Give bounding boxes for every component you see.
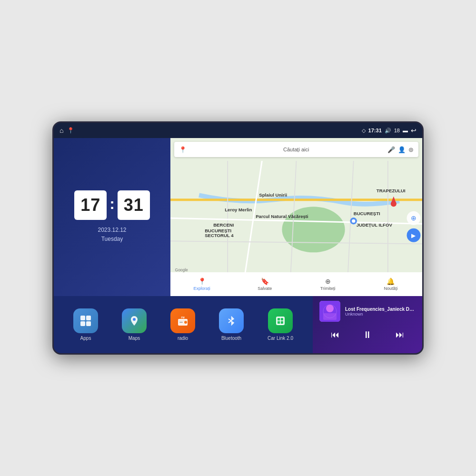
status-bar: ⌂ 📍 ◇ 17:31 🔊 18 ▬ ↩ bbox=[54, 123, 422, 138]
svg-rect-29 bbox=[86, 316, 91, 320]
status-right: ◇ 17:31 🔊 18 ▬ ↩ bbox=[362, 127, 416, 134]
apps-icon bbox=[73, 308, 98, 333]
app-icons: Apps Maps bbox=[54, 296, 313, 353]
bottom-section: Apps Maps bbox=[54, 296, 422, 353]
prev-button[interactable]: ⏮ bbox=[327, 328, 343, 342]
saved-icon: 🔖 bbox=[261, 278, 269, 285]
music-title: Lost Frequencies_Janieck Devy-... bbox=[345, 307, 416, 312]
map-svg: Parcul Natural Văcărești Leroy Merlin BE… bbox=[170, 161, 422, 275]
map-widget[interactable]: 📍 Căutați aici 🎤 👤 ⊛ bbox=[170, 138, 422, 296]
bluetooth-svg-icon bbox=[225, 314, 238, 327]
svg-text:BUCUREȘTI: BUCUREȘTI bbox=[354, 211, 380, 216]
home-icon[interactable]: ⌂ bbox=[60, 127, 63, 134]
svg-text:Leroy Merlin: Leroy Merlin bbox=[225, 207, 252, 212]
screen: ⌂ 📍 ◇ 17:31 🔊 18 ▬ ↩ 17 : bbox=[54, 123, 422, 353]
clock-hours: 17 bbox=[74, 190, 107, 220]
clock-display: 17 : 31 bbox=[74, 190, 150, 220]
status-left: ⌂ 📍 bbox=[60, 127, 74, 134]
music-artist: Unknown bbox=[345, 312, 416, 317]
svg-text:BERCENI: BERCENI bbox=[213, 222, 234, 228]
volume-icon: 🔊 bbox=[385, 128, 391, 134]
apps-label: Apps bbox=[80, 336, 91, 341]
music-info: Lost Frequencies_Janieck Devy-... Unknow… bbox=[345, 307, 416, 317]
map-search-text: Căutați aici bbox=[283, 147, 384, 152]
svg-rect-31 bbox=[86, 321, 91, 326]
svg-rect-44 bbox=[323, 313, 337, 320]
map-search-bar[interactable]: 📍 Căutați aici 🎤 👤 ⊛ bbox=[174, 142, 418, 157]
svg-point-32 bbox=[133, 318, 136, 321]
music-top: Lost Frequencies_Janieck Devy-... Unknow… bbox=[319, 301, 416, 322]
app-item-bluetooth[interactable]: Bluetooth bbox=[219, 308, 244, 341]
clock-colon: : bbox=[109, 195, 115, 213]
main-content: 17 : 31 2023.12.12 Tuesday 📍 bbox=[54, 138, 422, 353]
svg-point-43 bbox=[326, 305, 334, 312]
location-icon: ◇ bbox=[362, 128, 366, 134]
app-item-carlink[interactable]: Car Link 2.0 bbox=[268, 308, 293, 341]
svg-point-34 bbox=[184, 321, 187, 324]
music-controls: ⏮ ⏸ ⏭ bbox=[319, 327, 416, 342]
music-art-svg bbox=[319, 301, 340, 322]
news-icon: 🔔 bbox=[387, 278, 395, 285]
map-pin-icon: 📍 bbox=[179, 146, 279, 153]
svg-text:⊕: ⊕ bbox=[411, 214, 416, 222]
clock-date: 2023.12.12 Tuesday bbox=[98, 226, 126, 244]
carlink-label: Car Link 2.0 bbox=[268, 336, 293, 341]
next-button[interactable]: ⏭ bbox=[392, 328, 408, 342]
svg-text:TRAPEZULUI: TRAPEZULUI bbox=[377, 188, 406, 193]
svg-text:▶: ▶ bbox=[411, 232, 416, 239]
clock-widget: 17 : 31 2023.12.12 Tuesday bbox=[54, 138, 170, 296]
svg-text:Parcul Natural Văcărești: Parcul Natural Văcărești bbox=[256, 214, 308, 219]
radio-label: radio bbox=[178, 336, 188, 341]
map-nav-explore[interactable]: 📍 Explorați bbox=[170, 278, 233, 291]
map-nav-send[interactable]: ⊕ Trimiteți bbox=[297, 278, 359, 291]
battery-level: 18 bbox=[394, 128, 400, 133]
svg-text:Splaiul Unirii: Splaiul Unirii bbox=[259, 192, 287, 198]
battery-icon: ▬ bbox=[403, 128, 408, 133]
device-frame: ⌂ 📍 ◇ 17:31 🔊 18 ▬ ↩ 17 : bbox=[52, 121, 424, 355]
play-pause-button[interactable]: ⏸ bbox=[359, 327, 376, 342]
map-nav-saved[interactable]: 🔖 Salvate bbox=[233, 278, 296, 291]
svg-text:Google: Google bbox=[175, 268, 188, 272]
map-search-icons: 🎤 👤 ⊛ bbox=[387, 146, 414, 153]
maps-label: Maps bbox=[129, 336, 140, 341]
bluetooth-icon bbox=[219, 308, 244, 333]
maps-pin-icon[interactable]: 📍 bbox=[67, 127, 74, 134]
send-icon: ⊕ bbox=[325, 278, 331, 285]
music-player: Lost Frequencies_Janieck Devy-... Unknow… bbox=[313, 296, 422, 353]
svg-rect-28 bbox=[80, 316, 85, 320]
radio-svg-icon: FM bbox=[176, 314, 189, 327]
svg-text:SECTORUL 4: SECTORUL 4 bbox=[205, 233, 234, 238]
svg-text:JUDEȚUL ILFOV: JUDEȚUL ILFOV bbox=[357, 222, 393, 228]
svg-text:FM: FM bbox=[181, 316, 184, 319]
app-item-apps[interactable]: Apps bbox=[73, 308, 98, 341]
clock-minutes: 31 bbox=[118, 190, 150, 220]
map-background: 📍 Căutați aici 🎤 👤 ⊛ bbox=[170, 138, 422, 296]
bluetooth-label: Bluetooth bbox=[221, 336, 241, 341]
layers-icon[interactable]: ⊛ bbox=[408, 146, 414, 153]
music-thumbnail bbox=[319, 301, 340, 322]
maps-icon bbox=[122, 308, 147, 333]
svg-point-22 bbox=[352, 219, 355, 223]
carlink-icon bbox=[268, 308, 293, 333]
svg-rect-30 bbox=[80, 321, 85, 326]
account-icon[interactable]: 👤 bbox=[398, 146, 406, 153]
top-section: 17 : 31 2023.12.12 Tuesday 📍 bbox=[54, 138, 422, 296]
radio-icon: FM bbox=[170, 308, 195, 333]
back-icon[interactable]: ↩ bbox=[411, 127, 416, 134]
map-nav-news[interactable]: 🔔 Noutăți bbox=[359, 278, 422, 291]
carlink-svg-icon bbox=[274, 314, 287, 327]
maps-svg-icon bbox=[128, 314, 141, 327]
svg-rect-36 bbox=[179, 322, 183, 323]
app-item-maps[interactable]: Maps bbox=[122, 308, 147, 341]
app-item-radio[interactable]: FM radio bbox=[170, 308, 195, 341]
apps-grid-icon bbox=[79, 314, 92, 327]
mic-icon[interactable]: 🎤 bbox=[387, 146, 395, 153]
status-time: 17:31 bbox=[368, 128, 382, 133]
map-bottom-nav: 📍 Explorați 🔖 Salvate ⊕ Trimiteți bbox=[170, 272, 422, 296]
explore-icon: 📍 bbox=[198, 278, 206, 285]
